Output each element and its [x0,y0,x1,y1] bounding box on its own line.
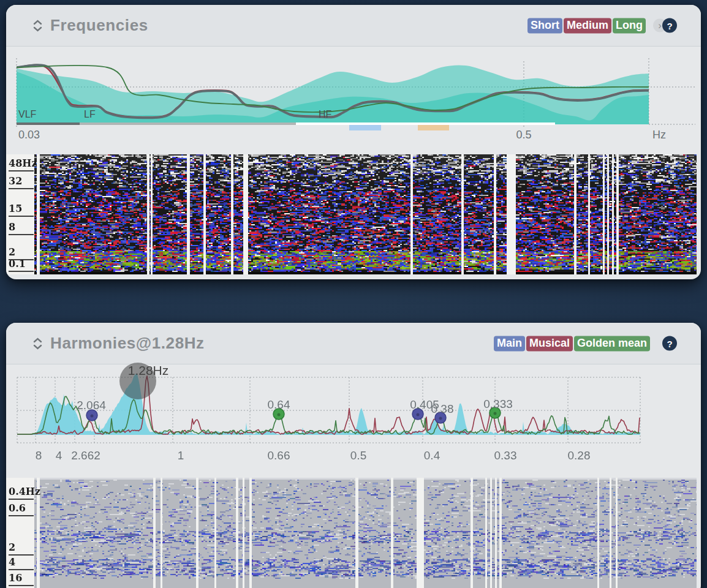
area-power-dark [17,72,649,124]
spectrogram-tick: 0.4Hz [9,486,34,500]
band-label-hf: HF [319,109,331,120]
help-button[interactable]: ? [662,336,677,351]
legend-item-golden-mean[interactable]: Golden mean [574,336,650,351]
x-axis-tick: 1 [178,449,184,462]
band-label-vlf: VLF [18,109,36,120]
legend-item-medium[interactable]: Medium [564,18,611,33]
selected-harmonic-label: 1.28Hz [128,363,169,378]
x-axis-tick: 0.28 [568,449,591,462]
range-bar [80,123,296,125]
x-axis-tick: 0.33 [494,449,517,462]
series-Long [17,66,649,112]
frequencies-legend: ShortMediumLong › ? [526,18,677,33]
x-axis-tick: 8 [36,449,42,462]
collapse-updown-icon[interactable] [33,337,42,350]
legend-item-long[interactable]: Long [613,18,646,33]
series-musical [17,376,640,434]
band-label-lf: LF [84,109,96,120]
harmonic-marker-label: 2.064 [77,399,106,412]
range-bar [17,123,80,125]
harmonies-spectrogram [34,478,697,588]
spectrogram-tick: 16 [9,573,34,586]
area-power-light [17,65,649,124]
harmonies-panel: Harmonies@1.28Hz MainMusicalGolden mean … [6,323,701,588]
frequencies-header: Frequencies ShortMediumLong › ? [6,5,701,47]
x-axis-tick: 2.662 [71,449,100,462]
x-axis-tick: 0.4 [424,449,440,462]
x-axis-tick: 0.03 [18,129,40,141]
harmonic-marker-label: 0.38 [431,402,454,416]
x-axis-tick: 0.66 [268,449,290,462]
harmonies-legend: MainMusicalGolden mean ? [493,336,677,351]
spectrogram-tick: 48Hz [9,158,34,172]
spectrogram-tick: 0.6 [9,503,34,516]
collapse-updown-icon[interactable] [33,20,42,32]
range-bar [296,123,555,125]
x-axis-tick: 0.5 [350,449,366,462]
frequencies-spectrogram [34,154,697,274]
spectrogram-tick: 2 [9,542,34,556]
series-Short [17,65,649,118]
help-button[interactable]: ? [662,18,677,33]
range-bar [349,125,381,130]
series-main-area [17,374,640,435]
x-axis-tick: 4 [56,449,62,462]
series-Medium [17,65,649,117]
panel-title: Frequencies [50,16,148,35]
range-bar [418,125,449,130]
x-axis-tick: 0.5 [516,129,531,141]
panel-title: Harmonies@1.28Hz [50,334,205,353]
harmonic-marker-label: 0.333 [483,398,513,411]
legend-item-short[interactable]: Short [527,18,562,33]
legend-item-musical[interactable]: Musical [526,336,573,351]
spectrogram-tick: 4 [9,557,34,570]
harmonies-header: Harmonies@1.28Hz MainMusicalGolden mean … [6,323,701,364]
x-axis-tick: Hz [652,129,666,141]
spectrogram-tick: 15 [9,203,34,217]
legend-item-main[interactable]: Main [494,336,525,351]
spectrogram-tick: 8 [9,222,34,235]
frequencies-panel: Frequencies ShortMediumLong › ? VLFLFHF0… [6,5,701,279]
harmonic-marker-label: 0.64 [268,398,290,412]
spectrogram-tick: 0.1 [9,258,34,272]
series-golden-mean [17,396,640,434]
spectrogram-tick: 32 [9,176,34,189]
